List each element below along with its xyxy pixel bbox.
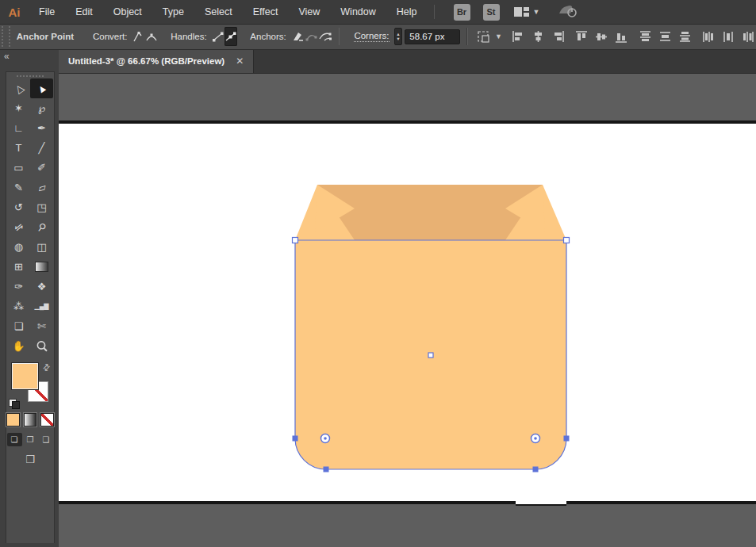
convert-label: Convert: <box>93 32 127 41</box>
color-mode-button[interactable] <box>6 413 20 427</box>
anchor-right-curve[interactable] <box>564 436 570 442</box>
menu-help[interactable]: Help <box>386 0 428 24</box>
curvature-tool[interactable]: ∟ <box>7 118 30 138</box>
artboard-tool[interactable]: ❏ <box>7 316 30 336</box>
anchor-bottom-left[interactable] <box>324 467 329 472</box>
panel-drag-grip[interactable] <box>17 75 44 77</box>
perspective-grid-tool[interactable]: ◫ <box>30 237 53 257</box>
stepper-down-icon[interactable]: ▼ <box>396 36 400 41</box>
none-mode-button[interactable] <box>40 413 54 427</box>
tab-close-icon[interactable]: ✕ <box>236 55 244 67</box>
menu-file[interactable]: File <box>29 0 65 24</box>
align-vertical-top-button[interactable] <box>574 29 589 44</box>
convert-to-smooth-button[interactable] <box>145 27 158 46</box>
column-graph-tool[interactable]: ▁▄▇ <box>30 296 53 316</box>
distribute-horizontal-left-button[interactable] <box>701 29 716 44</box>
rotate-tool[interactable]: ↺ <box>7 197 30 217</box>
screen-mode-button[interactable]: ❒ <box>6 453 54 465</box>
menu-window[interactable]: Window <box>330 0 386 24</box>
tools-panel: △▲✶℘∟✒T╱▭✐✎▱↺◳⇋⚲◍◫⊞✑❖⁂▁▄▇❏✄✋ ⇄ ❏ ❐ ❑ ❒ <box>6 71 55 543</box>
corners-link[interactable]: Corners: <box>354 31 389 42</box>
isolate-selection-button[interactable]: ▼ <box>476 29 502 44</box>
anchor-top-right[interactable] <box>564 238 570 243</box>
workspace-layout-icon <box>514 6 529 17</box>
symbol-sprayer-tool[interactable]: ⁂ <box>7 296 30 316</box>
separator <box>466 28 468 45</box>
zoom-tool[interactable] <box>30 336 53 356</box>
puppet-warp-tool[interactable]: ⚲ <box>30 217 53 237</box>
swap-fill-stroke-icon[interactable]: ⇄ <box>40 361 53 374</box>
workspace-switcher-button[interactable]: ▼ <box>514 6 540 17</box>
align-horizontal-right-button[interactable] <box>551 29 566 44</box>
distribute-horizontal-right-button[interactable] <box>741 29 756 44</box>
center-point-indicator[interactable] <box>428 353 433 358</box>
align-vertical-bottom-button[interactable] <box>614 29 629 44</box>
scale-tool[interactable]: ◳ <box>30 197 53 217</box>
rectangle-tool[interactable]: ▭ <box>7 158 30 178</box>
distribute-vertical-bottom-button[interactable] <box>677 29 693 44</box>
type-tool[interactable]: T <box>7 138 30 158</box>
distribute-horizontal-center-button[interactable] <box>721 29 736 44</box>
artboard-edge-notch-line <box>516 504 566 506</box>
shape-builder-tool[interactable]: ◍ <box>7 237 30 257</box>
magic-wand-tool[interactable]: ✶ <box>7 98 30 118</box>
hide-handles-button[interactable] <box>212 27 224 46</box>
remove-anchor-button[interactable] <box>291 27 305 46</box>
convert-to-corner-button[interactable] <box>132 27 144 46</box>
slice-tool[interactable]: ✄ <box>30 316 53 336</box>
show-handles-button[interactable] <box>224 27 237 46</box>
collapse-panel-icon[interactable]: « <box>4 51 10 62</box>
pen-tool[interactable]: ✒ <box>30 118 53 138</box>
menu-object[interactable]: Object <box>103 0 152 24</box>
selection-tool[interactable]: ▲ <box>30 78 53 98</box>
eraser-tool[interactable]: ▱ <box>30 178 53 197</box>
menu-view[interactable]: View <box>288 0 330 24</box>
mesh-tool[interactable]: ⊞ <box>7 257 30 277</box>
canvas-area[interactable] <box>59 73 756 547</box>
corners-value-input[interactable] <box>405 29 460 44</box>
bag-inner-back[interactable] <box>317 185 543 240</box>
bridge-button[interactable]: Br <box>454 4 470 21</box>
document-tab[interactable]: Untitled-3* @ 66.67% (RGB/Preview) ✕ <box>59 49 254 73</box>
menu-effect[interactable]: Effect <box>243 0 289 24</box>
shaper-tool[interactable]: ✎ <box>7 178 30 197</box>
anchor-top-left[interactable] <box>293 238 298 243</box>
stock-button[interactable]: St <box>483 4 500 21</box>
paintbrush-tool[interactable]: ✐ <box>30 158 53 178</box>
anchor-bottom-right[interactable] <box>533 467 539 472</box>
menu-type[interactable]: Type <box>152 0 194 24</box>
width-tool[interactable]: ⇋ <box>7 217 30 237</box>
touch-power-icon[interactable] <box>557 2 578 21</box>
panel-grip[interactable] <box>2 26 10 47</box>
blend-tool[interactable]: ❖ <box>30 277 53 296</box>
bag-artwork[interactable] <box>295 185 566 469</box>
tools-column: « △▲✶℘∟✒T╱▭✐✎▱↺◳⇋⚲◍◫⊞✑❖⁂▁▄▇❏✄✋ ⇄ ❏ ❐ ❑ ❒ <box>0 49 59 547</box>
align-buttons <box>502 29 756 44</box>
distribute-vertical-center-button[interactable] <box>658 29 673 44</box>
align-horizontal-center-button[interactable] <box>531 29 546 44</box>
draw-inside-button[interactable]: ❑ <box>39 433 54 446</box>
chevron-down-icon: ▼ <box>495 33 502 40</box>
connect-anchors-button[interactable] <box>305 27 318 46</box>
menu-select[interactable]: Select <box>194 0 243 24</box>
align-vertical-center-button[interactable] <box>594 29 609 44</box>
distribute-vertical-top-button[interactable] <box>638 29 653 44</box>
tool-grid: △▲✶℘∟✒T╱▭✐✎▱↺◳⇋⚲◍◫⊞✑❖⁂▁▄▇❏✄✋ <box>6 78 54 356</box>
hand-tool[interactable]: ✋ <box>7 336 30 356</box>
direct-selection-tool[interactable]: △ <box>7 78 30 98</box>
eyedropper-tool[interactable]: ✑ <box>7 277 30 296</box>
default-fill-stroke-icon[interactable] <box>9 399 20 408</box>
gradient-mode-button[interactable] <box>24 413 37 427</box>
cut-path-button[interactable] <box>318 27 332 46</box>
align-horizontal-left-button[interactable] <box>511 29 526 44</box>
fill-swatch[interactable] <box>12 363 38 389</box>
handles-label: Handles: <box>171 32 206 41</box>
gradient-tool[interactable] <box>30 257 53 277</box>
line-segment-tool[interactable]: ╱ <box>30 138 53 158</box>
draw-behind-button[interactable]: ❐ <box>23 433 38 446</box>
anchor-left-curve[interactable] <box>293 436 298 442</box>
corners-stepper[interactable]: ▲ ▼ <box>394 28 403 45</box>
draw-normal-button[interactable]: ❏ <box>7 433 22 446</box>
menu-edit[interactable]: Edit <box>65 0 103 24</box>
lasso-tool[interactable]: ℘ <box>30 98 53 118</box>
